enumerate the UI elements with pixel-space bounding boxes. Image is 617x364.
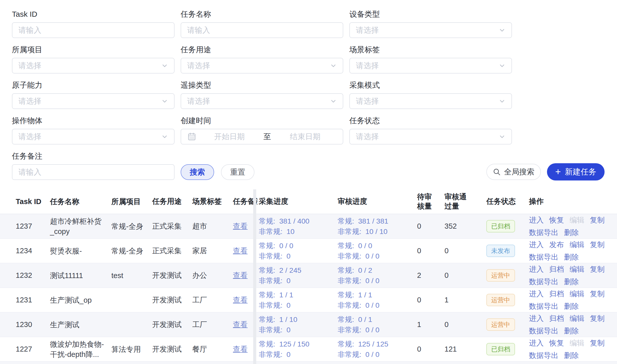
action-link[interactable]: 复制 <box>590 338 605 348</box>
field-label: 任务用途 <box>181 45 343 54</box>
view-note-link[interactable]: 查看 <box>233 271 248 279</box>
action-link[interactable]: 删除 <box>564 277 579 287</box>
cell-scene: 办公 <box>192 270 233 281</box>
action-link[interactable]: 编辑 <box>570 313 584 324</box>
status-badge: 运营中 <box>486 294 515 306</box>
action-link[interactable]: 复制 <box>590 264 605 275</box>
select-placeholder: 请选择 <box>19 61 161 71</box>
view-note-link[interactable]: 查看 <box>233 320 248 329</box>
action-link[interactable]: 删除 <box>564 301 579 312</box>
action-link[interactable]: 归档 <box>549 289 564 299</box>
action-link[interactable]: 发布 <box>549 240 564 250</box>
col-header-collect: 采集进度 <box>258 196 338 207</box>
cell-review-progress: 常规: 0 / 0非常规: 0 / 0 <box>338 241 415 261</box>
select-control[interactable]: 请选择 <box>181 58 343 74</box>
date-range-picker[interactable]: 开始日期至结束日期 <box>181 129 343 144</box>
cell-scene: 家居 <box>192 246 233 256</box>
action-link[interactable]: 数据导出 <box>529 277 558 287</box>
field-label: 任务状态 <box>349 116 512 125</box>
status-badge: 运营中 <box>486 269 515 282</box>
action-link[interactable]: 编辑 <box>570 240 584 250</box>
action-link[interactable]: 编辑 <box>570 289 584 299</box>
action-link[interactable]: 进入 <box>529 215 544 225</box>
select-control[interactable]: 请选择 <box>12 58 175 74</box>
action-link[interactable]: 复制 <box>590 313 605 324</box>
cell-collect-progress: 常规: 2 / 245非常规: 0 <box>259 265 338 286</box>
select-control[interactable]: 请选择 <box>349 129 512 144</box>
text-input[interactable] <box>12 22 175 38</box>
field-label: Task ID <box>12 10 175 19</box>
cell-project: 常规-全身 <box>111 221 152 231</box>
action-link[interactable]: 删除 <box>564 326 579 336</box>
text-input[interactable] <box>181 22 343 38</box>
cell-passed-count: 0 <box>444 320 483 329</box>
view-note-link[interactable]: 查看 <box>233 345 248 353</box>
select-control[interactable]: 请选择 <box>12 93 175 109</box>
chevron-down-icon <box>330 62 337 69</box>
action-link[interactable]: 归档 <box>549 264 564 275</box>
form-field: 任务备注 <box>12 152 175 187</box>
col-header-actions: 操作 <box>529 196 615 207</box>
action-link[interactable]: 删除 <box>564 350 579 361</box>
form-field: 操作物体请选择 <box>12 116 175 152</box>
select-control[interactable]: 请选择 <box>181 93 343 109</box>
form-field: 原子能力请选择 <box>12 81 175 116</box>
cell-usage: 正式采集 <box>152 221 192 231</box>
start-date-placeholder: 开始日期 <box>198 132 261 142</box>
field-label: 创建时间 <box>181 116 343 125</box>
action-link[interactable]: 恢复 <box>549 338 564 348</box>
row-actions: 进入发布编辑复制数据导出删除 <box>529 240 610 262</box>
col-header-status: 任务状态 <box>483 196 529 207</box>
select-control[interactable]: 请选择 <box>349 22 512 38</box>
field-label: 操作物体 <box>12 116 175 125</box>
table-row: 1234 熨烫衣服- 常规-全身 正式采集 家居 查看 常规: 0 / 0非常规… <box>0 239 617 263</box>
action-link[interactable]: 删除 <box>564 252 579 262</box>
form-buttons: 搜索重置 <box>181 164 343 180</box>
search-button[interactable]: 搜索 <box>181 164 214 180</box>
cell-pending-count: 0 <box>415 345 444 353</box>
action-link[interactable]: 进入 <box>529 240 544 250</box>
action-link[interactable]: 进入 <box>529 313 544 324</box>
cell-task-name: 熨烫衣服- <box>50 246 111 256</box>
cell-task-name: 超市冷鲜柜补货_copy <box>50 216 111 236</box>
action-link[interactable]: 复制 <box>590 240 605 250</box>
cell-task-id: 1237 <box>0 222 50 230</box>
cell-task-name: 微波炉加热食物-干扰-depth降... <box>50 339 111 359</box>
view-note-link[interactable]: 查看 <box>233 222 248 230</box>
row-actions: 进入恢复编辑复制数据导出删除 <box>529 215 610 238</box>
action-link[interactable]: 进入 <box>529 264 544 275</box>
action-link[interactable]: 复制 <box>590 215 605 225</box>
action-link[interactable]: 数据导出 <box>529 252 558 262</box>
action-link[interactable]: 进入 <box>529 289 544 299</box>
cell-passed-count: 0 <box>444 271 483 280</box>
cell-pending-count: 0 <box>415 222 444 230</box>
action-link[interactable]: 数据导出 <box>529 227 558 238</box>
text-input[interactable] <box>12 164 175 180</box>
action-link[interactable]: 编辑 <box>570 264 584 275</box>
select-control[interactable]: 请选择 <box>349 58 512 74</box>
reset-button[interactable]: 重置 <box>221 164 254 180</box>
create-task-button[interactable]: + 新建任务 <box>547 163 605 180</box>
action-link[interactable]: 恢复 <box>549 215 564 225</box>
global-search-button[interactable]: 全局搜索 <box>486 164 541 180</box>
field-label: 设备类型 <box>349 10 512 19</box>
view-note-link[interactable]: 查看 <box>233 296 248 304</box>
select-control[interactable]: 请选择 <box>12 129 175 144</box>
action-link[interactable]: 数据导出 <box>529 326 558 336</box>
action-link[interactable]: 复制 <box>590 289 605 299</box>
fixed-column-divider <box>253 189 256 364</box>
action-link[interactable]: 归档 <box>549 313 564 324</box>
col-header-scene: 场景标签 <box>192 196 233 207</box>
action-link: 编辑 <box>570 215 584 225</box>
cell-project: test <box>111 270 152 281</box>
action-link[interactable]: 删除 <box>564 227 579 238</box>
task-table: Task ID 任务名称 所属项目 任务用途 场景标签 任务备注 采集进度 审核… <box>0 189 617 364</box>
action-link[interactable]: 数据导出 <box>529 350 558 361</box>
action-link[interactable]: 进入 <box>529 338 544 348</box>
select-control[interactable]: 请选择 <box>349 93 512 109</box>
select-placeholder: 请选择 <box>356 61 499 71</box>
action-link[interactable]: 数据导出 <box>529 301 558 312</box>
chevron-down-icon <box>499 27 505 33</box>
cell-collect-progress: 常规: 1 / 10非常规: 0 <box>259 314 338 335</box>
view-note-link[interactable]: 查看 <box>233 247 248 255</box>
